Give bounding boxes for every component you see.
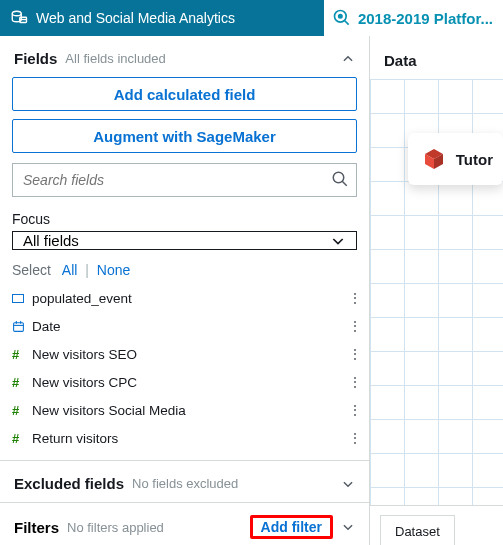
top-bar: Web and Social Media Analytics 2018-2019…	[0, 0, 503, 36]
focus-label: Focus	[0, 197, 369, 231]
field-list: populated_event⋮Date⋮#New visitors SEO⋮#…	[0, 284, 369, 460]
date-type-icon	[12, 320, 25, 333]
fields-header[interactable]: Fields All fields included	[0, 36, 369, 77]
add-filter-button[interactable]: Add filter	[253, 513, 330, 541]
kebab-menu-icon[interactable]: ⋮	[345, 402, 365, 418]
dataset-tab[interactable]: Dataset	[380, 515, 455, 545]
cube-icon	[422, 147, 446, 171]
data-heading: Data	[370, 36, 503, 79]
database-icon	[10, 9, 28, 27]
chevron-down-icon	[330, 233, 346, 249]
filters-header: Filters No filters applied Add filter	[0, 502, 369, 545]
field-row[interactable]: Date⋮	[12, 312, 365, 340]
filters-subtitle: No filters applied	[67, 520, 242, 535]
tutorial-card[interactable]: Tutor	[408, 133, 503, 185]
search-icon[interactable]	[331, 170, 349, 188]
svg-rect-8	[14, 322, 24, 331]
kebab-menu-icon[interactable]: ⋮	[345, 430, 365, 446]
chevron-down-icon[interactable]	[341, 520, 355, 534]
excluded-title: Excluded fields	[14, 475, 124, 492]
select-label: Select	[12, 262, 51, 278]
field-row[interactable]: #New visitors Social Media⋮	[12, 396, 365, 424]
focus-value: All fields	[23, 232, 79, 249]
select-row: Select All | None	[0, 250, 369, 284]
breadcrumb[interactable]: 2018-2019 Platfor...	[324, 0, 503, 36]
add-calculated-field-button[interactable]: Add calculated field	[12, 77, 357, 111]
number-type-icon: #	[12, 347, 19, 362]
svg-point-6	[333, 172, 344, 183]
field-name: New visitors CPC	[32, 375, 345, 390]
field-name: populated_event	[32, 291, 345, 306]
svg-line-4	[344, 21, 348, 25]
dataset-title: Web and Social Media Analytics	[36, 10, 235, 26]
kebab-menu-icon[interactable]: ⋮	[345, 374, 365, 390]
field-row[interactable]: #New visitors CPC⋮	[12, 368, 365, 396]
chevron-down-icon[interactable]	[341, 477, 355, 491]
fields-title: Fields	[14, 50, 57, 67]
svg-line-7	[342, 181, 347, 186]
field-name: New visitors SEO	[32, 347, 345, 362]
field-name: Date	[32, 319, 345, 334]
search-fields-input[interactable]	[12, 163, 357, 197]
field-row[interactable]: #Return visitors⋮	[12, 424, 365, 452]
kebab-menu-icon[interactable]: ⋮	[345, 346, 365, 362]
string-type-icon	[12, 294, 24, 303]
number-type-icon: #	[12, 375, 19, 390]
chevron-up-icon[interactable]	[341, 52, 355, 66]
filters-title: Filters	[14, 519, 59, 536]
bottom-tabs: Dataset	[370, 505, 503, 545]
tutorial-label: Tutor	[456, 151, 493, 168]
zoom-icon	[332, 8, 352, 28]
svg-point-0	[12, 11, 21, 16]
select-none-link[interactable]: None	[97, 262, 130, 278]
top-bar-left: Web and Social Media Analytics	[0, 9, 324, 27]
focus-dropdown[interactable]: All fields	[12, 231, 357, 250]
number-type-icon: #	[12, 403, 19, 418]
field-row[interactable]: populated_event⋮	[12, 284, 365, 312]
fields-subtitle: All fields included	[65, 51, 333, 66]
select-all-link[interactable]: All	[62, 262, 78, 278]
breadcrumb-label: 2018-2019 Platfor...	[358, 10, 493, 27]
augment-sagemaker-button[interactable]: Augment with SageMaker	[12, 119, 357, 153]
kebab-menu-icon[interactable]: ⋮	[345, 290, 365, 306]
field-name: New visitors Social Media	[32, 403, 345, 418]
field-name: Return visitors	[32, 431, 345, 446]
field-row[interactable]: #New visitors SEO⋮	[12, 340, 365, 368]
excluded-subtitle: No fields excluded	[132, 476, 333, 491]
left-panel: Fields All fields included Add calculate…	[0, 36, 370, 545]
right-panel: Data Tutor Dataset	[370, 36, 503, 545]
kebab-menu-icon[interactable]: ⋮	[345, 318, 365, 334]
canvas-grid[interactable]: Tutor	[370, 79, 503, 505]
number-type-icon: #	[12, 431, 19, 446]
excluded-fields-header[interactable]: Excluded fields No fields excluded	[0, 460, 369, 502]
svg-point-5	[339, 15, 342, 18]
